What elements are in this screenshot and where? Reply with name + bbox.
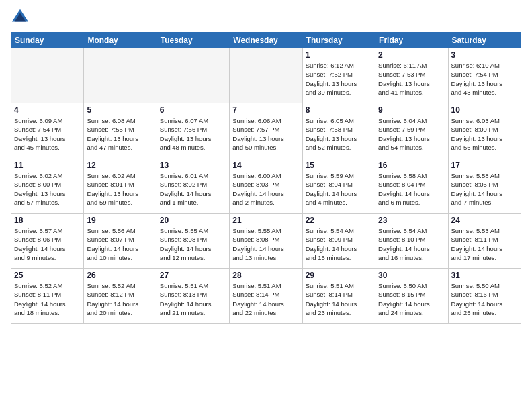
day-number: 6 (160, 105, 226, 115)
calendar-cell: 29Sunrise: 5:51 AM Sunset: 8:14 PM Dayli… (302, 269, 375, 324)
calendar-cell: 26Sunrise: 5:52 AM Sunset: 8:12 PM Dayli… (84, 269, 157, 324)
calendar-cell: 24Sunrise: 5:53 AM Sunset: 8:11 PM Dayli… (448, 214, 521, 269)
calendar-cell: 6Sunrise: 6:07 AM Sunset: 7:56 PM Daylig… (157, 103, 229, 158)
day-detail: Sunrise: 6:01 AM Sunset: 8:02 PM Dayligh… (160, 171, 226, 207)
col-header-monday: Monday (84, 33, 157, 48)
day-detail: Sunrise: 6:11 AM Sunset: 7:53 PM Dayligh… (378, 61, 445, 97)
calendar-cell: 18Sunrise: 5:57 AM Sunset: 8:06 PM Dayli… (11, 214, 84, 269)
calendar-cell: 25Sunrise: 5:52 AM Sunset: 8:11 PM Dayli… (11, 269, 84, 324)
day-number: 22 (306, 216, 372, 225)
calendar-table: SundayMondayTuesdayWednesdayThursdayFrid… (11, 32, 521, 324)
calendar-cell: 19Sunrise: 5:56 AM Sunset: 8:07 PM Dayli… (84, 214, 157, 269)
calendar-cell: 9Sunrise: 6:04 AM Sunset: 7:59 PM Daylig… (375, 103, 448, 158)
calendar-cell: 12Sunrise: 6:02 AM Sunset: 8:01 PM Dayli… (84, 158, 157, 214)
calendar-cell: 17Sunrise: 5:58 AM Sunset: 8:05 PM Dayli… (448, 158, 521, 214)
day-number: 18 (14, 216, 81, 225)
day-number: 28 (232, 271, 299, 280)
logo (11, 8, 32, 27)
calendar-cell (11, 48, 84, 103)
calendar-week-3: 11Sunrise: 6:02 AM Sunset: 8:00 PM Dayli… (11, 158, 521, 214)
calendar-cell: 2Sunrise: 6:11 AM Sunset: 7:53 PM Daylig… (375, 48, 448, 103)
col-header-friday: Friday (375, 33, 448, 48)
day-number: 20 (160, 216, 226, 225)
day-detail: Sunrise: 5:51 AM Sunset: 8:14 PM Dayligh… (306, 281, 372, 317)
col-header-thursday: Thursday (302, 33, 375, 48)
day-number: 14 (232, 161, 299, 170)
day-number: 31 (451, 271, 518, 280)
day-number: 3 (451, 50, 518, 60)
calendar-cell: 11Sunrise: 6:02 AM Sunset: 8:00 PM Dayli… (11, 158, 84, 214)
day-number: 8 (306, 105, 372, 115)
day-number: 27 (160, 271, 226, 280)
day-detail: Sunrise: 5:51 AM Sunset: 8:14 PM Dayligh… (232, 281, 299, 317)
day-detail: Sunrise: 6:03 AM Sunset: 8:00 PM Dayligh… (451, 116, 518, 152)
calendar-cell: 28Sunrise: 5:51 AM Sunset: 8:14 PM Dayli… (230, 269, 302, 324)
day-detail: Sunrise: 5:58 AM Sunset: 8:05 PM Dayligh… (451, 171, 518, 207)
day-detail: Sunrise: 5:58 AM Sunset: 8:04 PM Dayligh… (378, 171, 445, 207)
day-detail: Sunrise: 5:57 AM Sunset: 8:06 PM Dayligh… (14, 226, 81, 262)
logo-icon (11, 8, 30, 27)
calendar-week-1: 1Sunrise: 6:12 AM Sunset: 7:52 PM Daylig… (11, 48, 521, 103)
day-detail: Sunrise: 6:09 AM Sunset: 7:54 PM Dayligh… (14, 116, 81, 152)
day-detail: Sunrise: 6:06 AM Sunset: 7:57 PM Dayligh… (232, 116, 299, 152)
calendar-week-2: 4Sunrise: 6:09 AM Sunset: 7:54 PM Daylig… (11, 103, 521, 158)
calendar-cell (230, 48, 302, 103)
calendar-cell: 7Sunrise: 6:06 AM Sunset: 7:57 PM Daylig… (230, 103, 302, 158)
calendar-cell: 4Sunrise: 6:09 AM Sunset: 7:54 PM Daylig… (11, 103, 84, 158)
calendar-cell: 15Sunrise: 5:59 AM Sunset: 8:04 PM Dayli… (302, 158, 375, 214)
day-detail: Sunrise: 6:02 AM Sunset: 8:01 PM Dayligh… (87, 171, 153, 207)
day-detail: Sunrise: 5:50 AM Sunset: 8:16 PM Dayligh… (451, 281, 518, 317)
calendar-cell (84, 48, 157, 103)
day-number: 7 (232, 105, 299, 115)
day-detail: Sunrise: 6:12 AM Sunset: 7:52 PM Dayligh… (306, 61, 372, 97)
day-number: 16 (378, 161, 445, 170)
day-number: 10 (451, 105, 518, 115)
header (11, 8, 521, 27)
calendar-cell: 23Sunrise: 5:54 AM Sunset: 8:10 PM Dayli… (375, 214, 448, 269)
calendar-cell: 31Sunrise: 5:50 AM Sunset: 8:16 PM Dayli… (448, 269, 521, 324)
calendar-cell: 3Sunrise: 6:10 AM Sunset: 7:54 PM Daylig… (448, 48, 521, 103)
day-number: 11 (14, 161, 81, 170)
day-number: 24 (451, 216, 518, 225)
day-detail: Sunrise: 5:54 AM Sunset: 8:10 PM Dayligh… (378, 226, 445, 262)
day-number: 29 (306, 271, 372, 280)
day-detail: Sunrise: 5:55 AM Sunset: 8:08 PM Dayligh… (160, 226, 226, 262)
day-detail: Sunrise: 6:08 AM Sunset: 7:55 PM Dayligh… (87, 116, 153, 152)
calendar-cell: 13Sunrise: 6:01 AM Sunset: 8:02 PM Dayli… (157, 158, 229, 214)
day-detail: Sunrise: 5:55 AM Sunset: 8:08 PM Dayligh… (232, 226, 299, 262)
day-number: 2 (378, 50, 445, 60)
day-detail: Sunrise: 6:07 AM Sunset: 7:56 PM Dayligh… (160, 116, 226, 152)
calendar-cell: 14Sunrise: 6:00 AM Sunset: 8:03 PM Dayli… (230, 158, 302, 214)
day-number: 12 (87, 161, 153, 170)
day-detail: Sunrise: 5:52 AM Sunset: 8:12 PM Dayligh… (87, 281, 153, 317)
day-number: 1 (306, 50, 372, 60)
day-number: 19 (87, 216, 153, 225)
calendar-cell: 20Sunrise: 5:55 AM Sunset: 8:08 PM Dayli… (157, 214, 229, 269)
col-header-saturday: Saturday (448, 33, 521, 48)
day-detail: Sunrise: 6:00 AM Sunset: 8:03 PM Dayligh… (232, 171, 299, 207)
calendar-header-row: SundayMondayTuesdayWednesdayThursdayFrid… (11, 33, 521, 48)
calendar-cell: 10Sunrise: 6:03 AM Sunset: 8:00 PM Dayli… (448, 103, 521, 158)
page: SundayMondayTuesdayWednesdayThursdayFrid… (0, 0, 532, 411)
day-detail: Sunrise: 5:54 AM Sunset: 8:09 PM Dayligh… (306, 226, 372, 262)
calendar-week-4: 18Sunrise: 5:57 AM Sunset: 8:06 PM Dayli… (11, 214, 521, 269)
calendar-cell (157, 48, 229, 103)
day-detail: Sunrise: 5:52 AM Sunset: 8:11 PM Dayligh… (14, 281, 81, 317)
calendar-cell: 1Sunrise: 6:12 AM Sunset: 7:52 PM Daylig… (302, 48, 375, 103)
calendar-cell: 30Sunrise: 5:50 AM Sunset: 8:15 PM Dayli… (375, 269, 448, 324)
col-header-sunday: Sunday (11, 33, 84, 48)
day-number: 13 (160, 161, 226, 170)
col-header-tuesday: Tuesday (157, 33, 229, 48)
day-detail: Sunrise: 6:04 AM Sunset: 7:59 PM Dayligh… (378, 116, 445, 152)
day-number: 4 (14, 105, 81, 115)
day-number: 23 (378, 216, 445, 225)
day-number: 9 (378, 105, 445, 115)
calendar-cell: 8Sunrise: 6:05 AM Sunset: 7:58 PM Daylig… (302, 103, 375, 158)
day-detail: Sunrise: 5:56 AM Sunset: 8:07 PM Dayligh… (87, 226, 153, 262)
calendar-cell: 22Sunrise: 5:54 AM Sunset: 8:09 PM Dayli… (302, 214, 375, 269)
day-number: 17 (451, 161, 518, 170)
calendar-cell: 5Sunrise: 6:08 AM Sunset: 7:55 PM Daylig… (84, 103, 157, 158)
day-number: 5 (87, 105, 153, 115)
day-number: 15 (306, 161, 372, 170)
day-detail: Sunrise: 6:02 AM Sunset: 8:00 PM Dayligh… (14, 171, 81, 207)
